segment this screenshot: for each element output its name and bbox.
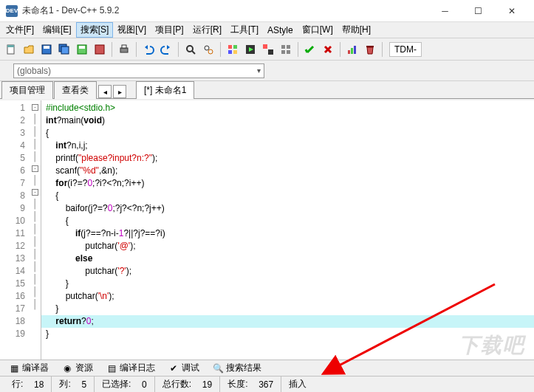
menu-item[interactable]: 运行[R] <box>188 22 226 38</box>
bottom-tab[interactable]: ▦编译器 <box>3 360 55 376</box>
svg-rect-29 <box>366 46 374 47</box>
bottom-panel-tabs: ▦编译器◉资源▤编译日志✔调试🔍搜索结果 <box>0 360 534 376</box>
svg-rect-25 <box>287 50 290 54</box>
profile-button[interactable] <box>344 41 360 58</box>
compile-button[interactable] <box>225 41 241 58</box>
menu-item[interactable]: 窗口[W] <box>298 22 338 38</box>
minimize-button[interactable]: ─ <box>428 0 462 22</box>
svg-rect-17 <box>228 50 232 54</box>
svg-rect-22 <box>281 45 285 49</box>
print-button[interactable] <box>116 41 132 58</box>
svg-rect-16 <box>233 45 237 49</box>
status-selection: 已选择: 0 <box>95 376 155 392</box>
search-icon: 🔍 <box>213 363 223 374</box>
editor-tab[interactable]: [*] 未命名1 <box>136 81 194 99</box>
status-row: 行: 18 <box>4 376 52 392</box>
new-file-button[interactable] <box>3 41 19 58</box>
tab-nav-left[interactable]: ◂ <box>98 85 112 98</box>
disk-icon: ◉ <box>62 363 72 374</box>
svg-rect-26 <box>348 50 350 54</box>
svg-rect-24 <box>281 50 285 54</box>
svg-line-12 <box>192 51 195 54</box>
menu-item[interactable]: 文件[F] <box>1 22 38 38</box>
save-as-button[interactable] <box>74 41 90 58</box>
main-toolbar: TDM- <box>0 38 534 61</box>
scope-combo[interactable]: (globals) ▾ <box>13 63 264 78</box>
svg-rect-28 <box>354 46 356 54</box>
bottom-tab[interactable]: 🔍搜索结果 <box>207 360 267 376</box>
svg-rect-8 <box>95 45 104 54</box>
bottom-tab[interactable]: ▤编译日志 <box>100 360 161 376</box>
find-button[interactable] <box>182 41 199 58</box>
line-number-gutter: 12345678910111213141516171819 <box>0 100 30 360</box>
maximize-button[interactable]: ☐ <box>462 0 495 22</box>
menu-item[interactable]: AStyle <box>263 24 298 37</box>
side-tab-project[interactable]: 项目管理 <box>1 81 53 99</box>
replace-button[interactable] <box>200 41 216 58</box>
titlebar: DEV 未命名1 - Dev-C++ 5.9.2 ─ ☐ ✕ <box>0 0 534 22</box>
svg-rect-27 <box>351 48 353 54</box>
log-icon: ▤ <box>106 363 117 374</box>
side-tab-classes[interactable]: 查看类 <box>54 81 97 99</box>
menu-item[interactable]: 帮助[H] <box>338 22 375 38</box>
svg-rect-9 <box>120 48 128 52</box>
svg-rect-18 <box>233 50 237 54</box>
close-file-button[interactable] <box>92 41 108 58</box>
tabbar: 项目管理 查看类 ◂ ▸ [*] 未命名1 <box>0 81 534 99</box>
scope-combo-value: (globals) <box>17 66 51 76</box>
status-mode: 插入 <box>281 376 314 392</box>
redo-button[interactable] <box>158 41 174 58</box>
compiler-label[interactable]: TDM- <box>389 42 422 57</box>
fold-gutter[interactable]: -││││-│-│││││││││ <box>30 100 41 360</box>
trash-button[interactable] <box>362 41 378 58</box>
save-button[interactable] <box>38 41 55 58</box>
svg-rect-5 <box>61 47 69 54</box>
svg-rect-10 <box>122 45 126 48</box>
menu-item[interactable]: 视图[V] <box>113 22 151 38</box>
status-length: 长度: 367 <box>220 376 281 392</box>
save-all-button[interactable] <box>56 41 72 58</box>
bottom-tab[interactable]: ✔调试 <box>162 360 205 376</box>
close-button[interactable]: ✕ <box>495 0 528 22</box>
menubar: 文件[F]编辑[E]搜索[S]视图[V]项目[P]运行[R]工具[T]AStyl… <box>0 22 534 38</box>
svg-point-14 <box>208 49 213 54</box>
svg-rect-7 <box>79 46 85 49</box>
bottom-tab[interactable]: ◉资源 <box>56 360 99 376</box>
svg-rect-3 <box>44 46 49 49</box>
svg-point-13 <box>205 46 209 50</box>
svg-rect-23 <box>287 45 290 49</box>
code-area[interactable]: #include<stdio.h>int?main(void){ int?n,i… <box>41 100 534 360</box>
svg-rect-20 <box>263 44 267 49</box>
app-icon: DEV <box>6 5 18 17</box>
menu-item[interactable]: 搜索[S] <box>76 22 114 38</box>
window-title: 未命名1 - Dev-C++ 5.9.2 <box>22 4 428 17</box>
open-button[interactable] <box>21 41 37 58</box>
status-col: 列: 5 <box>52 376 95 392</box>
status-total-lines: 总行数: 19 <box>155 376 220 392</box>
editor[interactable]: 12345678910111213141516171819 -││││-│-││… <box>0 100 534 360</box>
check-icon: ✔ <box>168 363 179 374</box>
grid-icon: ▦ <box>9 363 19 374</box>
chevron-down-icon: ▾ <box>257 66 261 75</box>
menu-item[interactable]: 工具[T] <box>226 22 263 38</box>
tab-nav-right[interactable]: ▸ <box>113 85 126 98</box>
svg-rect-15 <box>228 45 232 49</box>
debug-button[interactable] <box>302 41 318 58</box>
svg-rect-1 <box>7 45 14 47</box>
stop-button[interactable] <box>320 41 336 58</box>
run-button[interactable] <box>242 41 259 58</box>
menu-item[interactable]: 项目[P] <box>151 22 188 38</box>
secondary-toolbar: (globals) ▾ <box>0 61 534 81</box>
rebuild-button[interactable] <box>278 41 294 58</box>
svg-point-11 <box>187 46 193 52</box>
compile-run-button[interactable] <box>260 41 276 58</box>
undo-button[interactable] <box>140 41 157 58</box>
svg-rect-21 <box>268 49 273 55</box>
statusbar: 行: 18 列: 5 已选择: 0 总行数: 19 长度: 367 插入 <box>0 376 534 392</box>
menu-item[interactable]: 编辑[E] <box>38 22 76 38</box>
